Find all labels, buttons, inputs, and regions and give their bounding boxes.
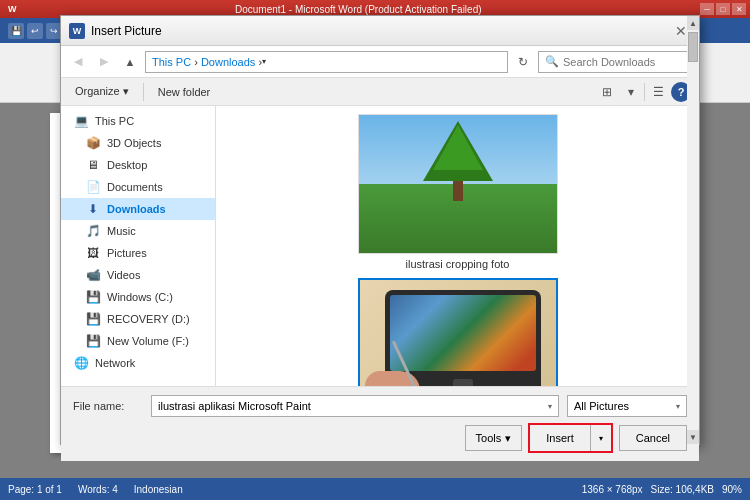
network-label: Network <box>95 357 135 369</box>
view-dropdown-button[interactable]: ▾ <box>620 81 642 103</box>
word-statusbar: Page: 1 of 1 Words: 4 Indonesian 1366 × … <box>0 478 750 500</box>
file-thumbnail-2 <box>358 278 558 386</box>
back-button[interactable]: ◀ <box>67 51 89 73</box>
tablet-home <box>453 379 473 386</box>
documents-label: Documents <box>107 181 163 193</box>
address-bar: ◀ ▶ ▲ This PC › Downloads › ▾ ↻ 🔍 <box>61 46 699 78</box>
filetype-dropdown-icon[interactable]: ▾ <box>676 402 680 411</box>
undo-icon[interactable]: ↩ <box>27 23 43 39</box>
sidebar-item-downloads[interactable]: ⬇ Downloads <box>61 198 215 220</box>
music-label: Music <box>107 225 136 237</box>
cancel-label: Cancel <box>636 432 670 444</box>
landscape-thumbnail <box>359 115 557 253</box>
minimize-button[interactable]: ─ <box>700 3 714 15</box>
search-box[interactable]: 🔍 <box>538 51 693 73</box>
file-grid-scrollbar[interactable]: ▲ ▼ <box>687 16 699 444</box>
words-status: Words: 4 <box>78 484 118 495</box>
filename-label: File name: <box>73 400 143 412</box>
file-item-1[interactable]: ilustrasi cropping foto <box>224 114 691 270</box>
tablet-thumbnail <box>360 280 556 386</box>
page-status: Page: 1 of 1 <box>8 484 62 495</box>
insert-label: Insert <box>546 432 574 444</box>
sidebar-item-newvolume[interactable]: 💾 New Volume (F:) <box>61 330 215 352</box>
filetype-value: All Pictures <box>574 400 629 412</box>
sidebar-item-desktop[interactable]: 🖥 Desktop <box>61 154 215 176</box>
sidebar-item-windows[interactable]: 💾 Windows (C:) <box>61 286 215 308</box>
view-details-button[interactable]: ☰ <box>647 81 669 103</box>
refresh-button[interactable]: ↻ <box>512 51 534 73</box>
forward-button[interactable]: ▶ <box>93 51 115 73</box>
pictures-label: Pictures <box>107 247 147 259</box>
downloads-link[interactable]: Downloads <box>201 56 255 68</box>
insert-dropdown-button[interactable]: ▾ <box>591 425 611 451</box>
tools-button[interactable]: Tools ▾ <box>465 425 523 451</box>
address-path-text: This PC › Downloads › <box>152 56 262 68</box>
thispc-link[interactable]: This PC <box>152 56 191 68</box>
dialog-word-icon: W <box>69 23 85 39</box>
word-title: Document1 - Microsoft Word (Product Acti… <box>17 4 701 15</box>
thispc-label: This PC <box>95 115 134 127</box>
scroll-up-arrow[interactable]: ▲ <box>687 16 699 30</box>
dialog-content: 💻 This PC 📦 3D Objects 🖥 Desktop 📄 Docum… <box>61 106 699 386</box>
pictures-icon: 🖼 <box>85 245 101 261</box>
dialog-bottom: File name: ilustrasi aplikasi Microsoft … <box>61 386 699 461</box>
file-label-1: ilustrasi cropping foto <box>406 258 510 270</box>
file-sidebar: 💻 This PC 📦 3D Objects 🖥 Desktop 📄 Docum… <box>61 106 216 386</box>
resolution-status: 1366 × 768px <box>582 484 643 495</box>
recovery-drive-label: RECOVERY (D:) <box>107 313 190 325</box>
word-toolbar-icons: 💾 ↩ ↪ <box>8 23 62 39</box>
music-icon: 🎵 <box>85 223 101 239</box>
tablet-screen <box>390 295 536 371</box>
newvolume-drive-icon: 💾 <box>85 333 101 349</box>
sidebar-item-music[interactable]: 🎵 Music <box>61 220 215 242</box>
filename-value: ilustrasi aplikasi Microsoft Paint <box>158 400 311 412</box>
filetype-select[interactable]: All Pictures ▾ <box>567 395 687 417</box>
documents-icon: 📄 <box>85 179 101 195</box>
sidebar-item-pictures[interactable]: 🖼 Pictures <box>61 242 215 264</box>
file-item-2[interactable]: ilustrasi aplikasi Microsoft Paint <box>224 278 691 386</box>
organize-button[interactable]: Organize ▾ <box>69 83 135 100</box>
sidebar-item-3dobjects[interactable]: 📦 3D Objects <box>61 132 215 154</box>
downloads-label: Downloads <box>107 203 166 215</box>
filesize-status: Size: 106,4KB <box>651 484 714 495</box>
videos-icon: 📹 <box>85 267 101 283</box>
address-dropdown-icon[interactable]: ▾ <box>262 57 266 66</box>
dialog-titlebar: W Insert Picture ✕ <box>61 16 699 46</box>
scroll-down-arrow[interactable]: ▼ <box>687 430 699 444</box>
insert-button[interactable]: Insert <box>530 425 591 451</box>
videos-label: Videos <box>107 269 140 281</box>
maximize-button[interactable]: □ <box>716 3 730 15</box>
desktop-label: Desktop <box>107 159 147 171</box>
filename-input[interactable]: ilustrasi aplikasi Microsoft Paint ▾ <box>151 395 559 417</box>
windows-drive-icon: 💾 <box>85 289 101 305</box>
up-button[interactable]: ▲ <box>119 51 141 73</box>
new-folder-button[interactable]: New folder <box>152 84 217 100</box>
sidebar-item-thispc[interactable]: 💻 This PC <box>61 110 215 132</box>
language-status: Indonesian <box>134 484 183 495</box>
view-buttons: ⊞ ▾ ☰ ? <box>596 81 691 103</box>
sidebar-item-recovery[interactable]: 💾 RECOVERY (D:) <box>61 308 215 330</box>
sidebar-item-documents[interactable]: 📄 Documents <box>61 176 215 198</box>
file-grid: ilustrasi cropping foto <box>216 106 699 386</box>
sidebar-item-network[interactable]: 🌐 Network <box>61 352 215 374</box>
search-input[interactable] <box>563 56 686 68</box>
recovery-drive-icon: 💾 <box>85 311 101 327</box>
scroll-thumb[interactable] <box>688 32 698 62</box>
new-folder-label: New folder <box>158 86 211 98</box>
save-icon[interactable]: 💾 <box>8 23 24 39</box>
toolbar-separator-2 <box>644 83 645 101</box>
view-toggle-button[interactable]: ⊞ <box>596 81 618 103</box>
cancel-button[interactable]: Cancel <box>619 425 687 451</box>
zoom-status: 90% <box>722 484 742 495</box>
network-icon: 🌐 <box>73 355 89 371</box>
address-path[interactable]: This PC › Downloads › ▾ <box>145 51 508 73</box>
search-icon: 🔍 <box>545 55 559 68</box>
file-toolbar: Organize ▾ New folder ⊞ ▾ ☰ ? <box>61 78 699 106</box>
tree-top2-element <box>433 125 483 170</box>
insert-button-group: Insert ▾ <box>528 423 613 453</box>
sidebar-item-videos[interactable]: 📹 Videos <box>61 264 215 286</box>
status-right-area: 1366 × 768px Size: 106,4KB 90% <box>582 484 742 495</box>
thispc-icon: 💻 <box>73 113 89 129</box>
close-button[interactable]: ✕ <box>732 3 746 15</box>
filename-dropdown-icon[interactable]: ▾ <box>548 402 552 411</box>
